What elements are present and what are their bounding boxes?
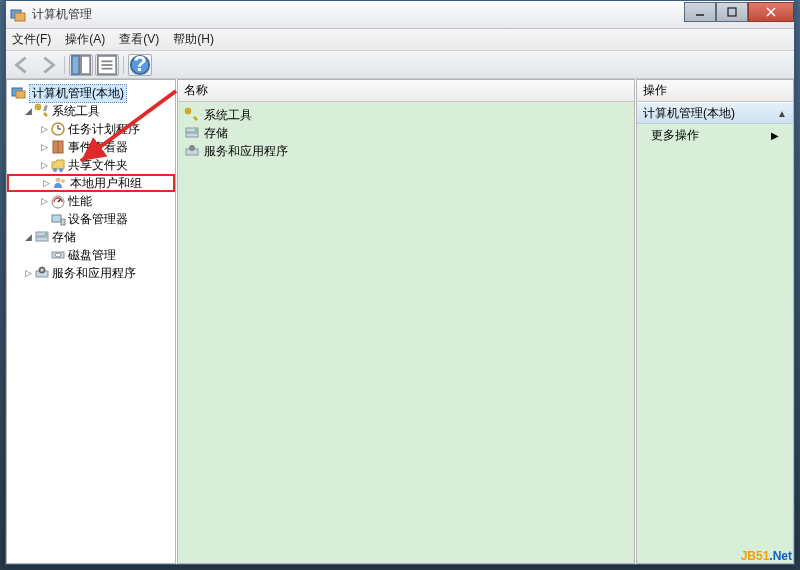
svg-rect-29 [52,215,61,222]
tree-item-shared-folders[interactable]: ▷ 共享文件夹 [7,156,175,174]
computer-icon [11,85,27,101]
window-title: 计算机管理 [32,6,684,23]
action-header-label: 操作 [643,82,667,99]
tools-icon [184,107,200,123]
tree-pane: 计算机管理(本地) ◢ 系统工具 ▷ 任务计划程序 ▷ 事件查看器 [6,79,176,564]
services-icon [34,265,50,281]
action-body: 计算机管理(本地) ▲ 更多操作 ▶ [637,102,793,563]
collapse-icon[interactable]: ◢ [23,232,33,242]
forward-button[interactable] [36,54,60,76]
column-label: 名称 [184,82,208,99]
watermark-b: .Net [769,549,792,563]
device-icon [50,211,66,227]
expand-icon[interactable]: ▷ [41,178,51,188]
expand-icon[interactable]: ▷ [39,124,49,134]
svg-text:?: ? [133,54,146,76]
expand-icon[interactable]: ▷ [23,268,33,278]
toolbar: ? [6,51,794,79]
svg-point-26 [61,179,65,183]
users-icon [52,175,68,191]
svg-rect-17 [43,105,48,112]
tree-item-disk-management[interactable]: 磁盘管理 [7,246,175,264]
watermark: JB51.Net [741,546,792,564]
tree-label: 性能 [68,193,92,210]
window-buttons [684,2,794,22]
svg-rect-15 [16,91,25,98]
toolbar-separator [123,56,124,74]
svg-rect-32 [36,237,48,241]
watermark-a: JB51 [741,549,770,563]
action-group-header[interactable]: 计算机管理(本地) ▲ [637,102,793,124]
collapse-icon[interactable]: ◢ [23,106,33,116]
action-pane-header: 操作 [637,80,793,102]
tree-item-system-tools[interactable]: ◢ 系统工具 [7,102,175,120]
close-button[interactable] [748,2,794,22]
minimize-button[interactable] [684,2,716,22]
submenu-arrow-icon: ▶ [771,130,779,141]
blank [39,214,49,224]
expand-icon[interactable]: ▷ [39,142,49,152]
expand-icon[interactable]: ▷ [39,160,49,170]
storage-icon [184,125,200,141]
tree-item-event-viewer[interactable]: ▷ 事件查看器 [7,138,175,156]
svg-point-35 [55,253,61,257]
tree-item-services-apps[interactable]: ▷ 服务和应用程序 [7,264,175,282]
tree-item-device-manager[interactable]: 设备管理器 [7,210,175,228]
svg-point-24 [59,168,63,172]
action-group-label: 计算机管理(本地) [643,105,735,122]
menu-action[interactable]: 操作(A) [65,31,105,48]
svg-point-42 [195,129,197,131]
action-label: 更多操作 [651,127,699,144]
list-item-storage[interactable]: 存储 [178,124,634,142]
tree-root-computer-management[interactable]: 计算机管理(本地) [7,84,175,102]
back-button[interactable] [10,54,34,76]
svg-point-25 [56,178,61,183]
tree-label: 计算机管理(本地) [29,84,127,103]
tree-label: 系统工具 [52,103,100,120]
svg-rect-1 [15,13,25,21]
performance-icon [50,193,66,209]
titlebar[interactable]: 计算机管理 [6,1,794,29]
list-label: 系统工具 [204,107,252,124]
menu-file[interactable]: 文件(F) [12,31,51,48]
menu-help[interactable]: 帮助(H) [173,31,214,48]
action-more-actions[interactable]: 更多操作 ▶ [637,124,793,146]
action-pane: 操作 计算机管理(本地) ▲ 更多操作 ▶ [636,79,794,564]
disk-icon [50,247,66,263]
show-hide-tree-button[interactable] [69,54,93,76]
tree-item-local-users-groups[interactable]: ▷ 本地用户和组 [7,174,175,192]
tree-label: 存储 [52,229,76,246]
tree-label: 设备管理器 [68,211,128,228]
storage-icon [34,229,50,245]
properties-button[interactable] [95,54,119,76]
tree-label: 磁盘管理 [68,247,116,264]
svg-rect-41 [186,133,198,137]
tree-label: 共享文件夹 [68,157,128,174]
svg-point-44 [189,145,195,151]
list-item-system-tools[interactable]: 系统工具 [178,106,634,124]
toolbar-separator [64,56,65,74]
svg-rect-3 [728,8,736,16]
column-header-name[interactable]: 名称 [178,80,634,102]
services-icon [184,143,200,159]
maximize-button[interactable] [716,2,748,22]
computer-management-window: 计算机管理 文件(F) 操作(A) 查看(V) 帮助(H) ? 计算机管理(本地… [5,0,795,565]
svg-point-23 [53,168,57,172]
svg-point-33 [45,233,47,235]
list-item-services-apps[interactable]: 服务和应用程序 [178,142,634,160]
tree-item-task-scheduler[interactable]: ▷ 任务计划程序 [7,120,175,138]
blank [39,250,49,260]
menu-view[interactable]: 查看(V) [119,31,159,48]
list-label: 服务和应用程序 [204,143,288,160]
tree-item-performance[interactable]: ▷ 性能 [7,192,175,210]
svg-point-38 [41,269,43,271]
svg-rect-6 [72,55,79,73]
collapse-arrow-icon: ▲ [777,108,787,119]
shared-folder-icon [50,157,66,173]
tree-item-storage[interactable]: ◢ 存储 [7,228,175,246]
expand-icon[interactable]: ▷ [39,196,49,206]
menubar: 文件(F) 操作(A) 查看(V) 帮助(H) [6,29,794,51]
help-button[interactable]: ? [128,54,152,76]
svg-rect-7 [81,55,90,73]
svg-rect-30 [61,219,65,225]
